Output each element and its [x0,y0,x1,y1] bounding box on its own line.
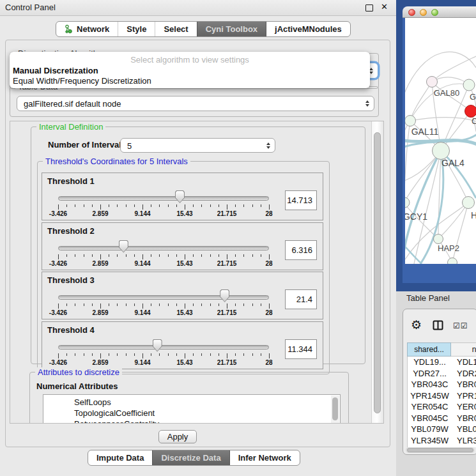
tab-infer-network[interactable]: Infer Network [229,450,300,465]
checkbox-icons[interactable]: ☑☑ [453,321,468,330]
list-scrollbar[interactable] [331,395,339,424]
cell-shared-name[interactable]: YBR043C [408,380,452,389]
tab-select[interactable]: Select [155,22,196,36]
cell-name[interactable]: YDR2 [452,369,476,378]
table-row[interactable]: YDL19...YDL1 [408,357,476,368]
cell-name[interactable]: YBL0 [452,424,476,434]
tab-jactivemnodules[interactable]: jActiveMNodules [266,22,350,36]
threshold-value-field[interactable]: 14.713 [285,190,317,210]
tab-style[interactable]: Style [118,22,155,36]
cell-name[interactable]: YBR0 [452,413,476,423]
table-row[interactable]: YDR27...YDR2 [408,368,476,380]
tick-mark [201,204,202,207]
slider-thumb[interactable] [153,339,162,352]
close-traffic-light-icon[interactable] [408,9,415,16]
network-node-gal4[interactable] [433,142,450,160]
close-icon[interactable]: ✕ [381,2,388,12]
tick-mark [134,204,135,207]
tick-mark [193,353,194,356]
tick-mark [219,254,219,257]
threshold-value-field[interactable]: 21.4 [285,289,317,309]
tab-impute-data[interactable]: Impute Data [88,450,152,465]
horizontal-scrollbar[interactable] [406,447,475,453]
network-edge[interactable] [438,151,441,239]
network-edge[interactable] [452,203,468,263]
network-edge[interactable] [414,151,441,264]
network-node-c[interactable] [465,105,476,118]
column-header-name[interactable]: na [451,342,476,357]
network-node-hap2[interactable] [434,234,443,244]
cell-name[interactable]: YPR1 [452,391,476,401]
node-label-gcy1: GCY1 [405,211,427,222]
attribute-item-betweennesscentrality[interactable]: BetweennessCentrality [43,418,340,424]
cell-name[interactable]: YER0 [452,402,476,411]
column-header-shared[interactable]: shared... [407,342,451,357]
tick-mark [92,254,93,257]
table-row[interactable]: YPR145WYPR1 [408,390,476,402]
panel-scrollbar[interactable] [371,121,383,423]
cell-shared-name[interactable]: YLR345W [408,436,452,445]
cell-shared-name[interactable]: YBL079W [408,424,452,434]
tab-label: Select [164,24,188,34]
algorithm-option-manual-discretization[interactable]: Manual Discretization [13,66,98,75]
algorithm-option-equal-width-frequency-discretization[interactable]: Equal Width/Frequency Discretization [13,76,151,86]
split-view-icon[interactable] [433,320,443,330]
slider-track[interactable] [58,295,269,300]
tab-cyni-toolbox[interactable]: Cyni Toolbox [197,22,266,36]
numerical-attributes-list[interactable]: SelfLoopsTopologicalCoefficientBetweenne… [43,394,341,424]
cell-name[interactable]: YDL1 [452,357,476,367]
threshold-value-field[interactable]: 11.344 [285,339,317,359]
cell-shared-name[interactable]: YDR27... [408,369,452,378]
tick-mark [210,303,211,306]
panel-scrollbar-thumb[interactable] [374,132,381,413]
cell-shared-name[interactable]: YDL19... [408,357,452,367]
table-row[interactable]: YBR043CYBR0 [408,379,476,390]
tab-discretize-data[interactable]: Discretize Data [152,450,229,465]
cell-name[interactable]: YLR3 [452,436,476,445]
cell-shared-name[interactable]: YPR145W [408,391,452,401]
attribute-item-selfloops[interactable]: SelfLoops [43,397,340,408]
float-window-icon[interactable] [365,4,373,12]
slider-thumb[interactable] [119,240,128,253]
apply-button[interactable]: Apply [158,430,197,443]
tick-mark [168,204,169,207]
table-row[interactable]: YBL079WYBL0 [408,424,476,435]
tick-mark [252,254,253,257]
table-data-group: Table Data galFiltered.sif default node [10,86,379,117]
network-node-gcy1[interactable] [405,197,410,208]
attribute-item-topologicalcoefficient[interactable]: TopologicalCoefficient [43,408,340,418]
number-of-intervals-combobox[interactable]: 5 [120,138,275,153]
slider-track[interactable] [58,246,269,250]
table-row[interactable]: YLR345WYLR3 [408,435,476,447]
network-node-ga[interactable] [463,79,475,91]
tick-mark [151,254,151,257]
network-canvas[interactable]: GAL80GACGAL11GAL4GCY1HHAP2 [405,18,476,264]
cell-shared-name[interactable]: YER054C [408,402,452,411]
tick-mark [151,204,151,207]
slider-thumb[interactable] [220,289,229,302]
list-scrollbar-thumb[interactable] [332,397,338,420]
slider-track[interactable] [58,345,269,349]
minimize-traffic-light-icon[interactable] [420,9,427,16]
tick-mark [109,303,109,306]
tick-mark [58,204,59,210]
threshold-value-field[interactable]: 6.316 [285,240,317,260]
slider-thumb[interactable] [175,190,185,203]
network-node-gal80[interactable] [427,77,438,88]
cell-name[interactable]: YBR0 [452,380,476,389]
table-row[interactable]: YER054CYER0 [408,401,476,413]
tab-network[interactable]: Network [56,22,118,36]
cell-shared-name[interactable]: YBR045C [408,413,452,423]
horizontal-scrollbar-thumb[interactable] [407,448,473,452]
table-data-combobox[interactable]: galFiltered.sif default node [17,96,374,111]
cyni-toolbox-panel: Discretization Algorithm Select algorith… [5,40,390,447]
network-node-gal11[interactable] [405,116,416,127]
network-edge[interactable] [405,121,410,203]
tick-mark [168,254,169,257]
zoom-traffic-light-icon[interactable] [431,9,438,16]
network-node-h[interactable] [463,197,475,209]
gear-icon[interactable]: ⚙ [411,318,422,332]
network-node-unlabeled[interactable] [448,258,457,265]
slider-track[interactable] [58,196,269,201]
table-row[interactable]: YBR045CYBR0 [408,413,476,424]
